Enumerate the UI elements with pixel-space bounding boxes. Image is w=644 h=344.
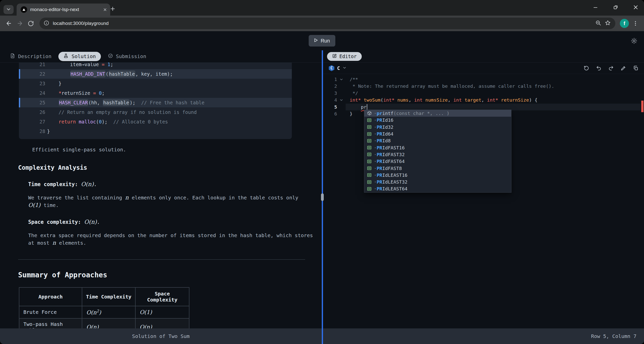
text-suggestion-icon <box>366 131 372 137</box>
copy-icon[interactable] <box>633 65 638 71</box>
language-selector[interactable]: C C <box>329 65 347 71</box>
time-complexity-para: We traverse the list containing n elemen… <box>28 194 314 209</box>
text-suggestion-icon <box>366 145 372 150</box>
suggestion-item[interactable]: ·PRId32 <box>364 124 511 131</box>
forward-button[interactable] <box>16 19 24 28</box>
suggestion-item[interactable]: ·PRId16 <box>364 117 511 123</box>
suggestion-item[interactable]: ·PRIdFAST16 <box>364 144 511 151</box>
suggestion-item[interactable]: ·PRIdFAST32 <box>364 151 511 158</box>
zoom-out-icon[interactable] <box>595 20 601 27</box>
fold-gutter <box>337 83 346 90</box>
browser-window: monaco-editor-lsp-next localhost:3000/pl… <box>0 0 644 344</box>
tab-label: Solution <box>71 53 96 59</box>
table-header-cell: Space Complexity <box>135 287 189 306</box>
editor-line[interactable]: 2 * Note: The returned array must be mal… <box>323 83 644 90</box>
code-line: 27 return malloc(0); // Allocate 0 bytes <box>19 117 292 126</box>
code-line: 23 } <box>19 79 292 88</box>
solution-code-block: 21 item→value = 1;22 HASH_ADD_INT(hashTa… <box>19 63 292 139</box>
fold-gutter <box>337 90 346 97</box>
undo-icon[interactable] <box>596 65 601 71</box>
tab-submission[interactable]: Submission <box>108 53 146 60</box>
tab-close-icon[interactable] <box>103 8 107 12</box>
suggestion-item[interactable]: ·PRIdFAST64 <box>364 158 511 165</box>
suggestion-item[interactable]: ·PRIdLEAST16 <box>364 172 511 179</box>
settings-gear-icon[interactable] <box>629 37 639 45</box>
solution-content[interactable]: 21 item→value = 1;22 HASH_ADD_INT(hashTa… <box>0 63 322 328</box>
text-suggestion-icon <box>366 138 372 144</box>
text-suggestion-icon <box>366 124 372 130</box>
code-line: 24 *returnSize = 0; <box>19 88 292 98</box>
function-suggestion-icon <box>366 111 372 116</box>
suggestion-item[interactable]: ·PRIdLEAST64 <box>364 185 511 192</box>
tab-solution[interactable]: Solution <box>58 52 101 61</box>
code-editor[interactable]: 1/**2 * Note: The returned array must be… <box>323 74 644 328</box>
tab-label: Submission <box>116 53 146 59</box>
run-button[interactable]: Run <box>309 35 336 47</box>
reset-code-icon[interactable] <box>584 65 589 71</box>
editor-status-bar: Row 5, Column 7 <box>323 328 644 344</box>
tab-search-button[interactable] <box>4 5 14 14</box>
format-brush-icon[interactable] <box>621 65 626 71</box>
fold-chevron-icon[interactable] <box>337 76 346 83</box>
restore-button[interactable] <box>613 5 618 11</box>
profile-avatar[interactable]: f <box>620 19 629 28</box>
complexity-heading: Complexity Analysis <box>18 164 322 171</box>
window-controls <box>593 0 638 16</box>
table-row: Two-pass Hash TableO(n)O(n) <box>19 318 189 328</box>
c-language-icon: C <box>329 65 335 71</box>
minimize-button[interactable] <box>593 5 598 11</box>
edit-pencil-icon <box>332 54 337 59</box>
editor-toolbar: C C <box>323 63 644 74</box>
reload-button[interactable] <box>27 19 35 28</box>
editor-panel: Editor C C <box>323 50 644 344</box>
code-line: 26 // Return an empty array if no soluti… <box>19 107 292 117</box>
suggestion-item[interactable]: ·PRIdLEAST32 <box>364 179 511 185</box>
solution-panel-tabs: Description Solution Submission <box>0 50 322 63</box>
play-icon <box>313 38 318 44</box>
split-panels: Description Solution Submission 21 item→… <box>0 50 644 344</box>
site-info-icon[interactable] <box>44 20 49 27</box>
solution-status-text: Solution of Two Sum <box>132 333 190 339</box>
plus-icon <box>110 6 116 13</box>
back-button[interactable] <box>5 19 13 28</box>
tab-editor[interactable]: Editor <box>327 52 362 61</box>
editor-line[interactable]: 4int* twoSum(int* nums, int numsSize, in… <box>323 97 644 103</box>
url-text[interactable]: localhost:3000/playground <box>53 21 592 26</box>
browser-menu-button[interactable] <box>631 19 639 27</box>
text-suggestion-icon <box>366 165 372 171</box>
bookmark-star-icon[interactable] <box>605 20 611 27</box>
table-row: Brute ForceO(n2)O(1) <box>19 306 189 318</box>
tab-title: monaco-editor-lsp-next <box>30 7 100 12</box>
new-tab-button[interactable] <box>108 6 117 13</box>
redo-icon[interactable] <box>608 65 614 71</box>
close-window-button[interactable] <box>633 5 638 11</box>
fold-gutter <box>337 110 346 117</box>
suggestion-item[interactable]: ·PRId8 <box>364 137 511 144</box>
chevron-down-icon <box>342 66 347 71</box>
editor-line[interactable]: 5 pr <box>323 104 644 110</box>
table-header-cell: Approach <box>19 287 82 306</box>
playground-app: Run Description Solution <box>0 31 644 344</box>
chevron-down-icon <box>6 7 11 13</box>
browser-tab[interactable]: monaco-editor-lsp-next <box>17 4 110 16</box>
code-line: 21 item→value = 1; <box>19 63 292 69</box>
suggestion-item[interactable]: ·printf(const char *, ... ) <box>364 110 511 117</box>
editor-tab-label: Editor <box>339 54 357 59</box>
tab-description[interactable]: Description <box>10 53 51 60</box>
solution-status-bar: Solution of Two Sum <box>0 328 322 344</box>
editor-line[interactable]: 3 */ <box>323 90 644 97</box>
suggestion-item[interactable]: ·PRIdFAST8 <box>364 165 511 171</box>
site-favicon-icon <box>21 6 27 13</box>
run-label: Run <box>321 38 330 44</box>
editor-line[interactable]: 1/** <box>323 76 644 83</box>
time-complexity-line: Time complexity: O(n). <box>28 181 322 187</box>
language-label: C <box>337 65 340 71</box>
check-circle-icon <box>108 53 113 60</box>
solution-note: Efficient single-pass solution. <box>32 147 322 153</box>
table-header-cell: Time Complexity <box>82 287 135 306</box>
text-suggestion-icon <box>366 152 372 157</box>
app-toolbar: Run <box>0 31 644 50</box>
fold-chevron-icon[interactable] <box>337 97 346 103</box>
address-bar[interactable]: localhost:3000/playground <box>39 18 615 29</box>
suggestion-item[interactable]: ·PRId64 <box>364 131 511 137</box>
